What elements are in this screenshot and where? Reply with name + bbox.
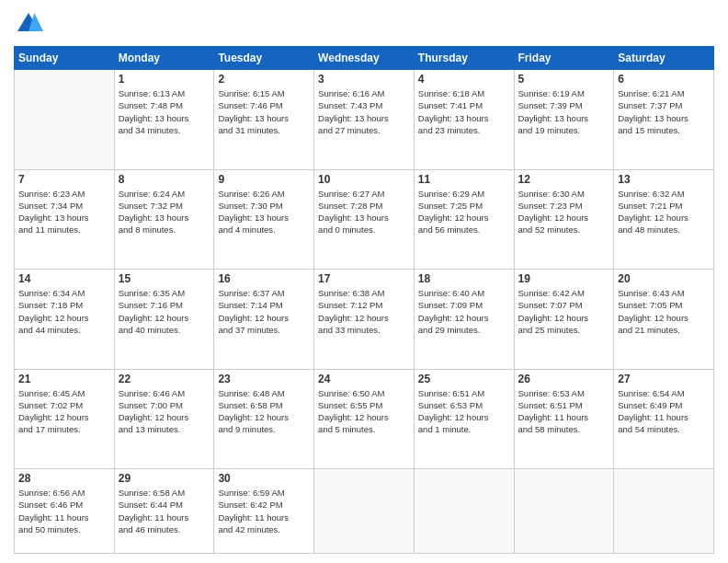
day-info: Sunrise: 6:58 AM Sunset: 6:44 PM Dayligh…: [119, 487, 210, 535]
day-info: Sunrise: 6:43 AM Sunset: 7:05 PM Dayligh…: [618, 287, 710, 336]
day-cell: 17Sunrise: 6:38 AM Sunset: 7:12 PM Dayli…: [314, 270, 415, 370]
day-number: 8: [119, 173, 210, 186]
day-number: 7: [18, 173, 110, 186]
day-number: 28: [18, 472, 110, 485]
day-number: 12: [518, 173, 610, 186]
day-info: Sunrise: 6:19 AM Sunset: 7:39 PM Dayligh…: [518, 87, 610, 136]
day-cell: 30Sunrise: 6:59 AM Sunset: 6:42 PM Dayli…: [214, 469, 314, 554]
day-info: Sunrise: 6:38 AM Sunset: 7:12 PM Dayligh…: [318, 287, 410, 336]
day-number: 24: [318, 373, 410, 385]
day-number: 11: [418, 173, 510, 186]
weekday-header-monday: Monday: [114, 47, 214, 70]
day-info: Sunrise: 6:23 AM Sunset: 7:34 PM Dayligh…: [18, 188, 110, 236]
day-cell: 6Sunrise: 6:21 AM Sunset: 7:37 PM Daylig…: [614, 70, 714, 170]
week-row-2: 7Sunrise: 6:23 AM Sunset: 7:34 PM Daylig…: [15, 169, 714, 270]
week-row-4: 21Sunrise: 6:45 AM Sunset: 7:02 PM Dayli…: [15, 369, 714, 469]
day-cell: 3Sunrise: 6:16 AM Sunset: 7:43 PM Daylig…: [314, 70, 415, 170]
day-number: 18: [418, 272, 510, 285]
day-cell: [314, 469, 415, 554]
day-info: Sunrise: 6:37 AM Sunset: 7:14 PM Dayligh…: [218, 287, 310, 336]
day-cell: 5Sunrise: 6:19 AM Sunset: 7:39 PM Daylig…: [514, 70, 614, 170]
day-info: Sunrise: 6:40 AM Sunset: 7:09 PM Dayligh…: [418, 287, 510, 336]
day-cell: 28Sunrise: 6:56 AM Sunset: 6:46 PM Dayli…: [15, 469, 115, 554]
day-info: Sunrise: 6:21 AM Sunset: 7:37 PM Dayligh…: [618, 87, 710, 136]
logo-icon: [14, 9, 43, 39]
day-number: 21: [18, 373, 110, 385]
logo: [14, 9, 47, 39]
day-info: Sunrise: 6:34 AM Sunset: 7:18 PM Dayligh…: [18, 287, 110, 336]
day-cell: 27Sunrise: 6:54 AM Sunset: 6:49 PM Dayli…: [614, 369, 714, 469]
week-row-5: 28Sunrise: 6:56 AM Sunset: 6:46 PM Dayli…: [15, 469, 714, 554]
day-info: Sunrise: 6:18 AM Sunset: 7:41 PM Dayligh…: [418, 87, 510, 136]
day-info: Sunrise: 6:29 AM Sunset: 7:25 PM Dayligh…: [418, 188, 510, 236]
day-cell: 11Sunrise: 6:29 AM Sunset: 7:25 PM Dayli…: [414, 169, 514, 270]
day-cell: 20Sunrise: 6:43 AM Sunset: 7:05 PM Dayli…: [614, 270, 714, 370]
day-cell: 14Sunrise: 6:34 AM Sunset: 7:18 PM Dayli…: [15, 270, 115, 370]
day-cell: 10Sunrise: 6:27 AM Sunset: 7:28 PM Dayli…: [314, 169, 415, 270]
day-number: 19: [518, 272, 610, 285]
day-info: Sunrise: 6:15 AM Sunset: 7:46 PM Dayligh…: [218, 87, 310, 136]
day-number: 29: [119, 472, 210, 485]
day-info: Sunrise: 6:53 AM Sunset: 6:51 PM Dayligh…: [518, 387, 610, 436]
day-info: Sunrise: 6:24 AM Sunset: 7:32 PM Dayligh…: [119, 188, 210, 236]
day-info: Sunrise: 6:54 AM Sunset: 6:49 PM Dayligh…: [618, 387, 710, 436]
day-info: Sunrise: 6:56 AM Sunset: 6:46 PM Dayligh…: [18, 487, 110, 535]
day-cell: 12Sunrise: 6:30 AM Sunset: 7:23 PM Dayli…: [514, 169, 614, 270]
day-number: 25: [418, 373, 510, 385]
day-info: Sunrise: 6:35 AM Sunset: 7:16 PM Dayligh…: [119, 287, 210, 336]
day-number: 16: [218, 272, 310, 285]
day-number: 14: [18, 272, 110, 285]
day-cell: 2Sunrise: 6:15 AM Sunset: 7:46 PM Daylig…: [214, 70, 314, 170]
day-number: 6: [618, 73, 710, 86]
day-number: 22: [119, 373, 210, 385]
day-cell: 19Sunrise: 6:42 AM Sunset: 7:07 PM Dayli…: [514, 270, 614, 370]
day-info: Sunrise: 6:45 AM Sunset: 7:02 PM Dayligh…: [18, 387, 110, 436]
day-info: Sunrise: 6:42 AM Sunset: 7:07 PM Dayligh…: [518, 287, 610, 336]
day-cell: 23Sunrise: 6:48 AM Sunset: 6:58 PM Dayli…: [214, 369, 314, 469]
page: SundayMondayTuesdayWednesdayThursdayFrid…: [0, 0, 728, 563]
day-info: Sunrise: 6:30 AM Sunset: 7:23 PM Dayligh…: [518, 188, 610, 236]
day-number: 15: [119, 272, 210, 285]
day-cell: 4Sunrise: 6:18 AM Sunset: 7:41 PM Daylig…: [414, 70, 514, 170]
day-info: Sunrise: 6:46 AM Sunset: 7:00 PM Dayligh…: [119, 387, 210, 436]
calendar-table: SundayMondayTuesdayWednesdayThursdayFrid…: [14, 46, 714, 554]
day-number: 20: [618, 272, 710, 285]
day-cell: [15, 70, 115, 170]
day-cell: 21Sunrise: 6:45 AM Sunset: 7:02 PM Dayli…: [15, 369, 115, 469]
day-number: 4: [418, 73, 510, 86]
day-info: Sunrise: 6:51 AM Sunset: 6:53 PM Dayligh…: [418, 387, 510, 436]
day-cell: [614, 469, 714, 554]
day-number: 30: [218, 472, 310, 485]
day-cell: 29Sunrise: 6:58 AM Sunset: 6:44 PM Dayli…: [114, 469, 214, 554]
week-row-1: 1Sunrise: 6:13 AM Sunset: 7:48 PM Daylig…: [15, 70, 714, 170]
day-number: 5: [518, 73, 610, 86]
day-cell: 13Sunrise: 6:32 AM Sunset: 7:21 PM Dayli…: [614, 169, 714, 270]
day-cell: 15Sunrise: 6:35 AM Sunset: 7:16 PM Dayli…: [114, 270, 214, 370]
weekday-header-wednesday: Wednesday: [314, 47, 415, 70]
day-cell: 25Sunrise: 6:51 AM Sunset: 6:53 PM Dayli…: [414, 369, 514, 469]
weekday-header-saturday: Saturday: [614, 47, 714, 70]
day-cell: 8Sunrise: 6:24 AM Sunset: 7:32 PM Daylig…: [114, 169, 214, 270]
day-cell: 24Sunrise: 6:50 AM Sunset: 6:55 PM Dayli…: [314, 369, 415, 469]
day-cell: [414, 469, 514, 554]
day-info: Sunrise: 6:13 AM Sunset: 7:48 PM Dayligh…: [119, 87, 210, 136]
day-cell: 18Sunrise: 6:40 AM Sunset: 7:09 PM Dayli…: [414, 270, 514, 370]
day-number: 27: [618, 373, 710, 385]
weekday-header-friday: Friday: [514, 47, 614, 70]
day-info: Sunrise: 6:48 AM Sunset: 6:58 PM Dayligh…: [218, 387, 310, 436]
day-number: 10: [318, 173, 410, 186]
day-cell: 26Sunrise: 6:53 AM Sunset: 6:51 PM Dayli…: [514, 369, 614, 469]
day-number: 26: [518, 373, 610, 385]
day-number: 17: [318, 272, 410, 285]
day-number: 9: [218, 173, 310, 186]
header: [14, 9, 714, 39]
day-cell: 22Sunrise: 6:46 AM Sunset: 7:00 PM Dayli…: [114, 369, 214, 469]
day-info: Sunrise: 6:50 AM Sunset: 6:55 PM Dayligh…: [318, 387, 410, 436]
day-info: Sunrise: 6:32 AM Sunset: 7:21 PM Dayligh…: [618, 188, 710, 236]
weekday-header-row: SundayMondayTuesdayWednesdayThursdayFrid…: [15, 47, 714, 70]
day-info: Sunrise: 6:27 AM Sunset: 7:28 PM Dayligh…: [318, 188, 410, 236]
day-number: 3: [318, 73, 410, 86]
day-number: 23: [218, 373, 310, 385]
day-number: 1: [119, 73, 210, 86]
day-cell: [514, 469, 614, 554]
